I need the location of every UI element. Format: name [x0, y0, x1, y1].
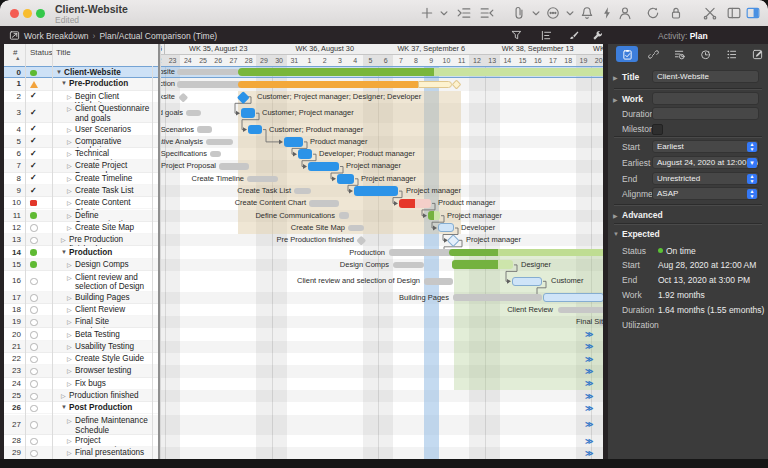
timeline-day-header[interactable]: 7: [393, 55, 409, 66]
disclosure-collapsed-icon[interactable]: ▷: [67, 187, 72, 194]
planned-bar[interactable]: [206, 139, 233, 146]
disclosure-collapsed-icon[interactable]: ▷: [67, 355, 72, 362]
table-row[interactable]: 15▷Design Comps: [4, 259, 158, 271]
outdent-icon[interactable]: [480, 6, 494, 20]
date-dropdown-icon[interactable]: ▼: [747, 158, 757, 168]
table-row[interactable]: 9✓▷Create Task List: [4, 185, 158, 197]
table-row[interactable]: 8✓▷Create Timeline: [4, 173, 158, 185]
table-row[interactable]: 16▷Client review and selection of Design: [4, 271, 158, 292]
actual-bar[interactable]: [418, 81, 452, 89]
timeline-day-header[interactable]: 8: [408, 55, 424, 66]
work-input[interactable]: [652, 92, 759, 105]
table-row[interactable]: 1▼Pre-Production: [4, 78, 158, 90]
disclosure-collapsed-icon[interactable]: ▷: [67, 318, 72, 325]
select-alignment-input[interactable]: ASAP▲▼: [652, 187, 759, 200]
table-row[interactable]: 13▷Pre Production finished: [4, 234, 158, 246]
actual-bar[interactable]: [434, 211, 440, 220]
timeline-week-header[interactable]: WK 38, September 13: [485, 44, 593, 54]
disclosure-collapsed-icon[interactable]: ▷: [67, 162, 72, 169]
disclosure-collapsed-icon[interactable]: ▷: [67, 331, 72, 338]
disclosure-collapsed-icon[interactable]: ▷: [67, 261, 72, 268]
outline-list-icon[interactable]: [541, 30, 552, 41]
planned-bar[interactable]: [339, 212, 349, 219]
disclosure-collapsed-icon[interactable]: ▷: [67, 417, 72, 424]
table-row[interactable]: 14▼Production: [4, 246, 158, 258]
timeline-day-header[interactable]: 3: [332, 55, 348, 66]
leveling-tab[interactable]: [668, 46, 690, 62]
actual-bar[interactable]: [337, 174, 354, 184]
timeline-day-header[interactable]: 26: [211, 55, 227, 66]
bell-icon[interactable]: [580, 6, 594, 20]
timeline-day-header[interactable]: 20: [591, 55, 603, 66]
table-row[interactable]: 20▷Beta Testing: [4, 328, 158, 340]
table-row[interactable]: 10▷Create Content Chart: [4, 197, 158, 209]
table-row[interactable]: 5✓▷Comparative Analysis: [4, 136, 158, 148]
actual-bar[interactable]: [452, 260, 498, 269]
disclosure-collapsed-icon[interactable]: ▷: [67, 449, 72, 456]
actual-bar[interactable]: [438, 223, 454, 232]
disclosure-collapsed-icon[interactable]: ▶: [613, 74, 618, 81]
actual-bar[interactable]: [434, 68, 603, 76]
timeline-day-header[interactable]: 16: [530, 55, 546, 66]
timeline-day-header[interactable]: 30: [272, 55, 288, 66]
disclosure-collapsed-icon[interactable]: ▷: [67, 437, 72, 444]
gantt-timeline-header[interactable]: WK 34, August 16WK 35, August 23WK 36, A…: [161, 44, 603, 67]
milestone-checkbox[interactable]: [652, 124, 663, 135]
timeline-day-header[interactable]: 11: [454, 55, 470, 66]
actual-bar[interactable]: [449, 249, 498, 257]
wrench-icon[interactable]: [592, 30, 603, 41]
chevron-down-icon[interactable]: [529, 6, 543, 20]
title-input[interactable]: Client-Website: [652, 70, 759, 83]
table-row[interactable]: 27▷Define Maintenance Schedule: [4, 415, 158, 436]
disclosure-collapsed-icon[interactable]: ▷: [67, 294, 72, 301]
panel-right-icon[interactable]: [746, 6, 760, 20]
actual-bar[interactable]: [298, 149, 312, 159]
table-row[interactable]: 23▷Browser testing: [4, 365, 158, 377]
planned-bar[interactable]: [247, 176, 278, 183]
minimize-window-button[interactable]: [23, 9, 32, 18]
disclosure-collapsed-icon[interactable]: ▷: [67, 306, 72, 313]
table-row[interactable]: 26▼Post Production: [4, 402, 158, 414]
table-row[interactable]: 19▷Final Site Production: [4, 316, 158, 328]
disclosure-collapsed-icon[interactable]: ▷: [67, 274, 72, 281]
timeline-day-header[interactable]: 1: [302, 55, 318, 66]
actual-bar[interactable]: [248, 125, 262, 135]
planned-bar[interactable]: [177, 69, 239, 76]
timeline-day-header[interactable]: 19: [576, 55, 592, 66]
timeline-day-header[interactable]: 28: [241, 55, 257, 66]
disclosure-collapsed-icon[interactable]: ▷: [67, 224, 72, 231]
actual-bar[interactable]: [399, 199, 415, 209]
timeline-day-header[interactable]: 24: [180, 55, 196, 66]
timeline-day-header[interactable]: 5: [363, 55, 379, 66]
disclosure-collapsed-icon[interactable]: ▷: [67, 343, 72, 350]
offscreen-task-chevron-icon[interactable]: ≫: [585, 449, 592, 458]
column-header-title[interactable]: Title: [56, 48, 71, 57]
timeline-day-header[interactable]: 15: [515, 55, 531, 66]
disclosure-collapsed-icon[interactable]: ▷: [61, 392, 66, 399]
planned-bar[interactable]: [558, 307, 603, 314]
offscreen-task-chevron-icon[interactable]: ≫: [585, 379, 592, 388]
earliest-input[interactable]: August 24, 2020 at 12:00 AM▼: [652, 156, 759, 169]
offscreen-task-chevron-icon[interactable]: ≫: [585, 367, 592, 376]
duration-input[interactable]: [652, 107, 759, 120]
disclosure-collapsed-icon[interactable]: ▷: [67, 199, 72, 206]
person-icon[interactable]: [618, 6, 632, 20]
table-row[interactable]: 11▷Define Communications: [4, 210, 158, 222]
planned-bar[interactable]: [197, 126, 212, 133]
offscreen-task-chevron-icon[interactable]: ≫: [585, 342, 592, 351]
timeline-day-header[interactable]: 13: [485, 55, 501, 66]
disclosure-expanded-icon[interactable]: ▼: [56, 69, 62, 75]
timeline-day-header[interactable]: 9: [424, 55, 440, 66]
disclosure-collapsed-icon[interactable]: ▷: [67, 105, 72, 112]
brush-icon[interactable]: [568, 30, 579, 41]
disclosure-collapsed-icon[interactable]: ▷: [67, 367, 72, 374]
table-row[interactable]: 17▷Building Pages: [4, 292, 158, 304]
timeline-day-header[interactable]: 14: [500, 55, 516, 66]
disclosure-collapsed-icon[interactable]: ▶: [613, 96, 618, 103]
breadcrumb-work-breakdown[interactable]: Work Breakdown: [24, 31, 89, 41]
table-row[interactable]: 28▷Project Retrospective: [4, 435, 158, 447]
actual-bar[interactable]: [512, 277, 542, 286]
sync-icon[interactable]: [646, 6, 660, 20]
chevron-down-icon[interactable]: [563, 6, 577, 20]
panel-left-icon[interactable]: [727, 6, 741, 20]
